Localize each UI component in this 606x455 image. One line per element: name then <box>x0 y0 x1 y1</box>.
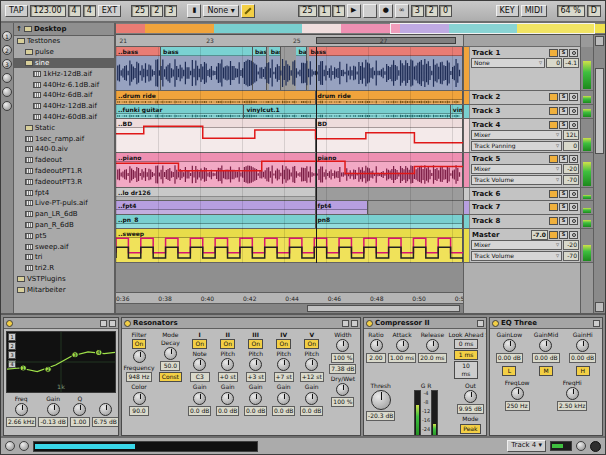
clip[interactable]: bass <box>309 47 463 90</box>
attack-value[interactable]: 1.00 ms <box>388 353 416 363</box>
automation-chooser[interactable]: Track Volume▽ <box>471 251 562 261</box>
loop-length-sixteenths[interactable]: 0 <box>439 5 452 18</box>
knob-value[interactable]: 2.66 kHz <box>6 417 36 427</box>
track-header[interactable]: Track 8S <box>464 215 580 229</box>
clip[interactable]: ..funki guitar <box>116 105 244 118</box>
track-activator-button[interactable] <box>549 217 558 225</box>
automation-value[interactable]: 0 <box>546 58 562 68</box>
track-select-menu[interactable]: Track 4 ▾ <box>507 440 546 452</box>
clip[interactable]: ..bass <box>116 47 161 90</box>
const-button[interactable]: Const <box>159 372 182 382</box>
decay-value[interactable]: 50.0 <box>160 361 180 371</box>
track-lane[interactable]: ..bassbassbasbasbabass <box>116 47 463 91</box>
track-lane[interactable]: ..fpt4fpt4 <box>116 201 463 215</box>
gain-knob[interactable] <box>277 392 290 405</box>
plugin-browser-icon[interactable] <box>2 87 12 97</box>
track-header[interactable]: Track 6S <box>464 188 580 201</box>
browser-item[interactable]: Live-PT-puls.aif <box>14 198 114 209</box>
clip[interactable]: bas <box>269 47 281 90</box>
browser-item[interactable]: fadeoutPT3.R <box>14 176 114 187</box>
overview-view-rectangle[interactable] <box>390 23 595 34</box>
solo-button[interactable]: S <box>559 107 568 115</box>
browser-item[interactable]: tri2.R <box>14 263 114 274</box>
gain-knob[interactable] <box>193 392 206 405</box>
horizontal-scroll-handle[interactable] <box>307 305 460 312</box>
device-activator-led[interactable] <box>124 320 131 327</box>
loop-length-beats[interactable]: 2 <box>425 5 438 18</box>
automation-value[interactable]: -20 <box>563 240 579 250</box>
time-sig-numerator[interactable]: 4 <box>68 5 81 18</box>
solo-button[interactable]: S <box>559 217 568 225</box>
knob-value[interactable]: 2.50 kHz <box>557 401 587 411</box>
track-activator-button[interactable] <box>549 93 558 101</box>
solo-button[interactable]: S <box>559 203 568 211</box>
knob[interactable] <box>539 339 552 352</box>
ratio-value[interactable]: 2.00 <box>366 353 386 363</box>
filter-frequency-knob[interactable] <box>133 350 146 363</box>
arm-button[interactable] <box>569 107 578 115</box>
arrangement-overview[interactable] <box>116 23 605 35</box>
solo-button[interactable]: S <box>559 93 568 101</box>
pitch-knob[interactable] <box>221 358 234 371</box>
browser-item[interactable]: fadeout <box>14 155 114 166</box>
solo-button[interactable]: S <box>559 49 568 57</box>
position-bars[interactable]: 25 <box>131 5 149 18</box>
vertical-scroll-track[interactable] <box>595 48 604 300</box>
show-detail-icon[interactable] <box>19 441 29 451</box>
solo-button[interactable]: S <box>559 190 568 198</box>
time-ruler[interactable]: 0:360:380:400:420:440:460:480:500:52 <box>116 292 463 303</box>
color-knob[interactable] <box>133 392 146 405</box>
clip[interactable]: ..piano <box>116 153 316 187</box>
automation-value[interactable]: 12L <box>563 130 579 140</box>
track-activator-button[interactable] <box>549 49 558 57</box>
pitch-value[interactable]: +7 st <box>274 372 294 382</box>
tempo-display[interactable]: 123.00 <box>30 5 66 18</box>
track-lane[interactable]: ..funki guitarvinylcut.1vinyl <box>116 105 463 119</box>
pitch-knob[interactable] <box>277 358 290 371</box>
knob[interactable] <box>576 339 589 352</box>
time-sig-denominator[interactable]: 4 <box>83 5 96 18</box>
pitch-knob[interactable] <box>249 358 262 371</box>
device-activator-led[interactable] <box>6 320 13 327</box>
browser-item[interactable]: fpt4 <box>14 187 114 198</box>
clip[interactable]: piano <box>316 153 463 187</box>
knob-value[interactable]: -0.13 dB <box>38 417 67 427</box>
device-fold-icon[interactable] <box>342 320 349 327</box>
frequency-value[interactable]: 948 Hz <box>126 372 151 382</box>
track-volume-value[interactable]: -7.0 <box>531 230 548 240</box>
browser-item[interactable]: 440Hz-12dB.aif <box>14 101 114 112</box>
folder-up-icon[interactable]: ↑ <box>16 25 22 33</box>
lookahead-option-button[interactable]: 0 ms <box>454 339 478 349</box>
knob[interactable] <box>73 403 86 416</box>
track-lane[interactable]: ..drum ridedrum ride <box>116 91 463 105</box>
automation-chooser[interactable]: None▽ <box>471 58 545 68</box>
clip[interactable]: ..BD <box>116 119 316 152</box>
stop-button[interactable] <box>363 4 377 18</box>
clip[interactable]: bas <box>253 47 267 90</box>
automation-value[interactable]: -70 <box>563 175 579 185</box>
lookahead-option-button[interactable]: 10 ms <box>454 361 478 379</box>
key-map-button[interactable]: KEY <box>496 5 519 18</box>
browser-item[interactable]: sweep.aif <box>14 241 114 252</box>
arm-button[interactable] <box>569 231 578 239</box>
gain-knob[interactable] <box>249 392 262 405</box>
lookahead-option-button[interactable]: 1 ms <box>454 350 478 360</box>
show-overview-icon[interactable] <box>5 441 15 451</box>
output-gain-value[interactable]: 7.38 dB <box>329 364 356 374</box>
pitch-knob[interactable] <box>193 358 206 371</box>
position-sixteenths[interactable]: 3 <box>164 5 177 18</box>
browser-item[interactable]: 1sec_ramp.aif <box>14 133 114 144</box>
ext-sync-button[interactable]: EXT <box>98 5 121 18</box>
clip[interactable]: ..lo dr126 <box>116 188 316 200</box>
device-activator-led[interactable] <box>492 320 499 327</box>
eq-curve-graph[interactable]: 1234 12341k <box>6 331 116 393</box>
gain-knob[interactable] <box>221 392 234 405</box>
release-knob[interactable] <box>426 339 439 352</box>
bar-ruler[interactable]: 21232527 <box>116 35 463 47</box>
knob[interactable] <box>99 403 112 416</box>
clip[interactable]: bass <box>161 47 253 90</box>
browser-item[interactable]: Mitarbeiter <box>14 284 114 295</box>
width-knob[interactable] <box>336 339 349 352</box>
track-header[interactable]: Track 1SNone▽0-4.1 <box>464 47 580 91</box>
eq-four-titlebar[interactable] <box>4 318 118 329</box>
